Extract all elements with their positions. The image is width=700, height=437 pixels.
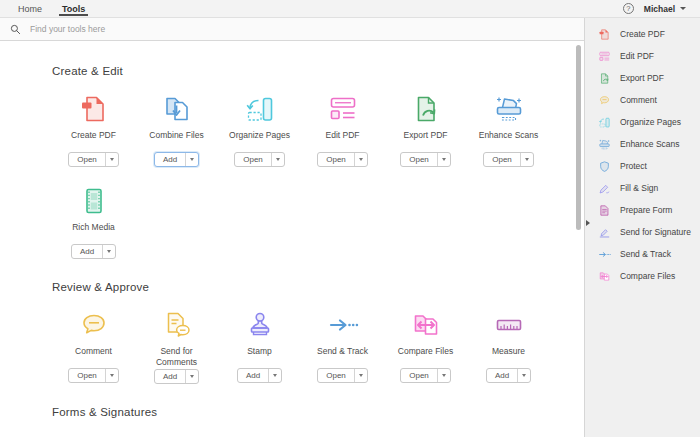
sidebar-item-send-for-signature[interactable]: Send for Signature [585, 221, 700, 243]
open-dropdown-button-enhance-scans[interactable]: Open [483, 152, 534, 167]
sidebar-item-fill-sign[interactable]: Fill & Sign [585, 177, 700, 199]
sidebar-item-label: Send & Track [620, 249, 671, 259]
open-dropdown-button-edit-pdf[interactable]: Open [317, 152, 368, 167]
top-bar-right: ? Michael [623, 0, 700, 17]
open-dropdown-button-create-pdf[interactable]: Open [68, 152, 119, 167]
tool-card-rich-media: Rich Media Add [52, 183, 135, 259]
tool-label: Enhance Scans [479, 130, 539, 150]
vertical-scrollbar[interactable] [576, 45, 581, 230]
export-pdf-icon [598, 72, 611, 85]
tool-button-label[interactable]: Open [69, 153, 105, 166]
dropdown-caret-icon[interactable] [102, 245, 115, 258]
open-dropdown-button-send-track[interactable]: Open [317, 368, 368, 383]
add-dropdown-button-combine-files[interactable]: Add [154, 152, 199, 167]
tool-label: Compare Files [398, 346, 453, 366]
sidebar-item-label: Send for Signature [620, 227, 691, 237]
rich-media-icon [78, 185, 110, 217]
dropdown-caret-icon[interactable] [520, 153, 533, 166]
dropdown-caret-icon[interactable] [105, 369, 118, 382]
sidebar-item-create-pdf[interactable]: Create PDF [585, 23, 700, 45]
measure-icon [493, 309, 525, 341]
open-dropdown-button-organize-pages[interactable]: Open [234, 152, 285, 167]
tool-button-label[interactable]: Open [484, 153, 520, 166]
tool-card-create-pdf: Create PDF Open [52, 91, 135, 167]
tool-card-organize-pages: Organize Pages Open [218, 91, 301, 167]
tool-button-label[interactable]: Add [72, 245, 102, 258]
send-for-comments-icon [161, 309, 193, 341]
acrobat-tools-window: Home Tools ? Michael Create & Edit [0, 0, 700, 437]
tool-label: Comment [75, 346, 112, 366]
dropdown-caret-icon[interactable] [517, 369, 530, 382]
tool-label: Send & Track [317, 346, 368, 366]
tool-button-label[interactable]: Open [69, 369, 105, 382]
open-dropdown-button-export-pdf[interactable]: Open [400, 152, 451, 167]
organize-pages-icon [598, 116, 611, 129]
tool-label: Combine Files [149, 130, 203, 150]
tab-home[interactable]: Home [8, 0, 52, 17]
dropdown-caret-icon[interactable] [268, 369, 281, 382]
tool-card-send-track: Send & Track Open [301, 307, 384, 384]
tab-strip: Home Tools [0, 0, 95, 17]
sidebar-collapse-button[interactable] [586, 218, 594, 228]
tool-button-label[interactable]: Add [487, 369, 517, 382]
dropdown-caret-icon[interactable] [437, 369, 450, 382]
tool-button-label[interactable]: Open [401, 153, 437, 166]
tool-card-edit-pdf: Edit PDF Open [301, 91, 384, 167]
sidebar-item-export-pdf[interactable]: Export PDF [585, 67, 700, 89]
window-body: Create & Edit Create PDF Open Combine Fi… [0, 18, 700, 437]
edit-pdf-icon [598, 50, 611, 63]
tool-button-label[interactable]: Add [155, 370, 185, 383]
sidebar-item-enhance-scans[interactable]: Enhance Scans [585, 133, 700, 155]
add-dropdown-button-stamp[interactable]: Add [237, 368, 282, 383]
sidebar-item-list: Create PDF Edit PDF Export PDF Comment O… [585, 23, 700, 287]
tool-button-label[interactable]: Open [318, 369, 354, 382]
dropdown-caret-icon[interactable] [105, 153, 118, 166]
stamp-icon [244, 309, 276, 341]
section-create-edit: Create & Edit Create PDF Open Combine Fi… [52, 65, 584, 259]
tool-button-label[interactable]: Add [238, 369, 268, 382]
top-bar: Home Tools ? Michael [0, 0, 700, 18]
sidebar-item-label: Protect [620, 161, 647, 171]
sidebar-item-protect[interactable]: Protect [585, 155, 700, 177]
sidebar-item-label: Comment [620, 95, 657, 105]
tool-label: Rich Media [72, 222, 115, 242]
main-content: Create & Edit Create PDF Open Combine Fi… [0, 18, 584, 437]
tool-label: Organize Pages [229, 130, 290, 150]
dropdown-caret-icon[interactable] [437, 153, 450, 166]
sidebar-item-label: Create PDF [620, 29, 665, 39]
dropdown-caret-icon[interactable] [354, 369, 367, 382]
right-sidebar: Create PDF Edit PDF Export PDF Comment O… [584, 18, 700, 437]
dropdown-caret-icon[interactable] [271, 153, 284, 166]
sidebar-item-prepare-form[interactable]: Prepare Form [585, 199, 700, 221]
edit-pdf-icon [327, 93, 359, 125]
sidebar-item-edit-pdf[interactable]: Edit PDF [585, 45, 700, 67]
sidebar-item-organize-pages[interactable]: Organize Pages [585, 111, 700, 133]
compare-files-icon [410, 309, 442, 341]
open-dropdown-button-compare-files[interactable]: Open [400, 368, 451, 383]
sidebar-item-comment[interactable]: Comment [585, 89, 700, 111]
tool-button-label[interactable]: Open [401, 369, 437, 382]
dropdown-caret-icon[interactable] [185, 153, 198, 166]
add-dropdown-button-measure[interactable]: Add [486, 368, 531, 383]
help-icon[interactable]: ? [623, 3, 634, 14]
sidebar-item-compare-files[interactable]: Compare Files [585, 265, 700, 287]
dropdown-caret-icon[interactable] [185, 370, 198, 383]
prepare-form-icon [598, 204, 611, 217]
search-input[interactable] [28, 23, 574, 35]
dropdown-caret-icon[interactable] [354, 153, 367, 166]
add-dropdown-button-rich-media[interactable]: Add [71, 244, 116, 259]
user-menu[interactable]: Michael [644, 4, 686, 14]
tool-button-label[interactable]: Add [155, 153, 185, 166]
section-tools: Create PDF Open Combine Files Add Organi… [52, 91, 562, 259]
add-dropdown-button-send-for-comments[interactable]: Add [154, 369, 199, 384]
tool-button-label[interactable]: Open [235, 153, 271, 166]
open-dropdown-button-comment[interactable]: Open [68, 368, 119, 383]
sidebar-item-label: Enhance Scans [620, 139, 680, 149]
sidebar-item-label: Edit PDF [620, 51, 654, 61]
sidebar-item-label: Fill & Sign [620, 183, 658, 193]
tab-tools[interactable]: Tools [52, 0, 95, 17]
tool-button-label[interactable]: Open [318, 153, 354, 166]
organize-pages-icon [244, 93, 276, 125]
send-track-icon [327, 309, 359, 341]
sidebar-item-send-track[interactable]: Send & Track [585, 243, 700, 265]
